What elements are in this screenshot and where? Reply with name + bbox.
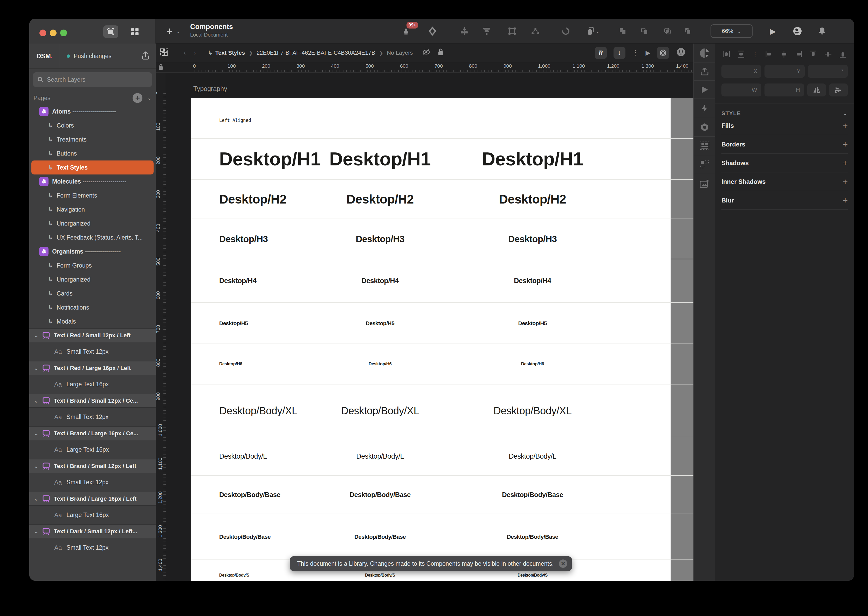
column-caption[interactable]: Left Aligned bbox=[219, 118, 251, 123]
text-layer-row[interactable]: Aa Small Text 12px bbox=[29, 473, 156, 492]
flip-vertical-button[interactable] bbox=[829, 83, 848, 96]
type-sample-text[interactable]: Desktop/H2 bbox=[347, 192, 414, 206]
align-options-kebab[interactable]: ⋮ bbox=[752, 51, 758, 58]
preview-play-button[interactable]: ▶ bbox=[767, 25, 779, 37]
page-item[interactable]: ⚛ ↳ Unorganized bbox=[32, 217, 154, 231]
push-changes-button[interactable]: Push changes bbox=[60, 53, 142, 60]
rotation-field[interactable]: ° bbox=[808, 65, 848, 78]
horizontal-ruler[interactable]: 01002003004005006007008009001,0001,1001,… bbox=[156, 62, 693, 72]
collapse-chevron-icon[interactable]: ⌄ bbox=[34, 431, 38, 437]
align-left-button[interactable] bbox=[765, 50, 773, 59]
distribute-vertically-button[interactable] bbox=[737, 50, 745, 59]
canvas-viewport[interactable]: Typography Left Aligned Desktop/H1Deskto… bbox=[156, 72, 693, 581]
y-field[interactable]: Y bbox=[764, 65, 805, 78]
components-panel-button[interactable] bbox=[694, 119, 715, 136]
artboard-layer-row[interactable]: ⌄ Text / Dark / Small 12px / Left... bbox=[29, 525, 156, 538]
page-item[interactable]: ⚛ ↳ Colors bbox=[32, 118, 154, 132]
union-selected-tool-button[interactable] bbox=[529, 25, 542, 37]
artboard-title[interactable]: Typography bbox=[193, 85, 227, 93]
type-sample-text[interactable]: Desktop/H6 bbox=[369, 361, 392, 366]
overflow-menu-button[interactable]: ⋮ bbox=[632, 49, 639, 57]
artboard-layer-row[interactable]: ⌄ Text / Brand / Small 12px / Ce... bbox=[29, 394, 156, 407]
type-sample-text[interactable]: Desktop/H6 bbox=[521, 361, 544, 366]
type-sample-text[interactable]: Desktop/H1 bbox=[482, 148, 583, 170]
type-sample-text[interactable]: Desktop/H3 bbox=[508, 234, 557, 244]
type-sample-text[interactable]: Desktop/Body/Base bbox=[507, 534, 558, 540]
artboard-layer-row[interactable]: ⌄ Text / Red / Small 12px / Left bbox=[29, 328, 156, 342]
artboard-layer-row[interactable]: ⌄ Text / Brand / Large 16px / Ce... bbox=[29, 426, 156, 440]
add-page-button[interactable]: + bbox=[132, 93, 142, 103]
collapse-chevron-icon[interactable]: ⌄ bbox=[34, 496, 38, 502]
collapse-chevron-icon[interactable]: ⌄ bbox=[34, 332, 38, 339]
page-item[interactable]: ⚛ ↳ Buttons bbox=[32, 146, 154, 160]
sketch-cloud-toggle[interactable] bbox=[694, 47, 715, 59]
type-sample-text[interactable]: Desktop/Body/S bbox=[365, 573, 395, 578]
toast-close-button[interactable]: ✕ bbox=[559, 559, 567, 568]
page-item[interactable]: ⚛ ↳ Molecules ---------------------- bbox=[32, 174, 154, 189]
text-layer-row[interactable]: Aa Large Text 16px bbox=[29, 375, 156, 394]
collapse-chevron-icon[interactable]: ⌄ bbox=[34, 365, 38, 371]
type-sample-text[interactable]: Desktop/Body/XL bbox=[219, 405, 298, 416]
type-sample-text[interactable]: Desktop/H3 bbox=[219, 234, 268, 244]
distribute-tool-button[interactable] bbox=[458, 25, 471, 37]
page-item[interactable]: ⚛ ↳ Navigation bbox=[32, 203, 154, 217]
type-sample-text[interactable]: Desktop/H1 bbox=[329, 148, 431, 170]
run-button[interactable]: ▶ bbox=[646, 49, 651, 57]
dsm-logo[interactable]: DSM. bbox=[29, 44, 60, 68]
download-button[interactable]: ↓ bbox=[613, 47, 625, 59]
insert-chevron[interactable]: ⌄ bbox=[175, 25, 182, 37]
add-style-button[interactable]: + bbox=[843, 139, 848, 149]
align-right-button[interactable] bbox=[795, 50, 802, 59]
edit-tool-button[interactable] bbox=[506, 25, 518, 37]
forward-button[interactable]: › bbox=[194, 49, 196, 57]
type-sample-text[interactable]: Desktop/H2 bbox=[219, 192, 287, 206]
page-item[interactable]: ⚛ ↳ Atoms ---------------------- bbox=[32, 104, 154, 118]
prototype-panel-button[interactable] bbox=[694, 82, 715, 98]
type-sample-text[interactable]: Desktop/Body/S bbox=[219, 573, 249, 578]
page-item[interactable]: ⚛ ↳ Notifications bbox=[32, 300, 154, 314]
type-sample-text[interactable]: Desktop/Body/L bbox=[356, 453, 404, 460]
upload-button[interactable] bbox=[142, 51, 150, 61]
height-field[interactable]: H bbox=[764, 83, 805, 96]
hexagon-tool-button[interactable] bbox=[657, 47, 669, 59]
collapse-chevron-icon[interactable]: ⌄ bbox=[34, 528, 38, 534]
type-sample-text[interactable]: Desktop/Body/Base bbox=[502, 491, 563, 499]
add-style-button[interactable]: + bbox=[843, 195, 848, 205]
artboard-layer-row[interactable]: ⌄ Text / Brand / Large 16px / Left bbox=[29, 492, 156, 506]
page-item[interactable]: ⚛ ↳ Organisms ------------------ bbox=[32, 245, 154, 258]
boolean-union-button[interactable] bbox=[616, 25, 629, 37]
shape-tool-button[interactable] bbox=[426, 25, 439, 37]
type-sample-text[interactable]: Desktop/H4 bbox=[361, 277, 399, 285]
vertical-ruler[interactable]: 01002003004005006007008009001,0001,1001,… bbox=[156, 72, 166, 581]
collapse-chevron-icon[interactable]: ⌄ bbox=[34, 463, 38, 469]
page-item[interactable]: ⚛ ↳ Text Styles bbox=[32, 160, 154, 174]
align-center-h-button[interactable] bbox=[780, 50, 788, 59]
page-item[interactable]: ⚛ ↳ UX Feedback (Status, Alerts, T... bbox=[32, 231, 154, 245]
tidy-tool-button[interactable] bbox=[480, 25, 493, 37]
align-bottom-button[interactable] bbox=[839, 50, 847, 59]
type-sample-text[interactable]: Desktop/H3 bbox=[356, 234, 405, 244]
type-sample-text[interactable]: Desktop/Body/XL bbox=[341, 405, 419, 416]
minimize-window-button[interactable] bbox=[50, 30, 57, 36]
add-style-button[interactable]: + bbox=[843, 158, 848, 168]
zoom-select[interactable]: 66% ⌄ bbox=[710, 24, 753, 38]
width-field[interactable]: W bbox=[721, 83, 761, 96]
text-layer-row[interactable]: Aa Small Text 12px bbox=[29, 538, 156, 557]
artboard-layer-row[interactable]: ⌄ Text / Brand / Small 12px / Left bbox=[29, 459, 156, 473]
type-sample-text[interactable]: Desktop/H5 bbox=[366, 320, 395, 327]
align-top-button[interactable] bbox=[810, 50, 817, 59]
text-layer-row[interactable]: Aa Small Text 12px bbox=[29, 407, 156, 426]
type-sample-text[interactable]: Desktop/Body/XL bbox=[493, 405, 572, 416]
grid-view-toggle[interactable] bbox=[128, 25, 142, 38]
type-sample-text[interactable]: Desktop/H4 bbox=[514, 277, 551, 285]
x-field[interactable]: X bbox=[721, 65, 761, 78]
type-sample-text[interactable]: Desktop/Body/Base bbox=[354, 534, 406, 540]
text-layer-row[interactable]: Aa Large Text 16px bbox=[29, 440, 156, 459]
artboard-layer-row[interactable]: ⌄ Text / Red / Large 16px / Left bbox=[29, 361, 156, 375]
page-item[interactable]: ⚛ ↳ Form Elements bbox=[32, 189, 154, 203]
type-sample-text[interactable]: Desktop/Body/Base bbox=[350, 491, 411, 499]
export-panel-button[interactable] bbox=[694, 63, 715, 80]
typography-artboard[interactable]: Left Aligned Desktop/H1Desktop/H1Desktop… bbox=[191, 98, 671, 581]
plugin-socket-button[interactable] bbox=[676, 47, 686, 59]
distribute-horizontally-button[interactable] bbox=[723, 50, 730, 59]
